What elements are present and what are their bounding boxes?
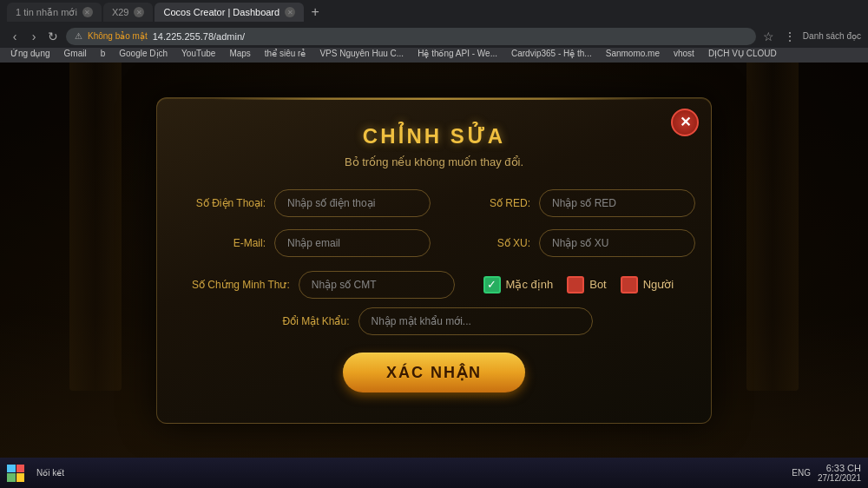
xu-label: Số XU: [457, 237, 530, 249]
taskbar-clock: 6:33 CH 27/12/2021 [818, 463, 861, 483]
red-label: Số RED: [457, 197, 530, 209]
win-quad-2 [16, 465, 25, 473]
taskbar-noi-ket: Nối kết [36, 468, 64, 478]
modal-subtitle: Bỏ trống nếu không muốn thay đổi. [192, 155, 676, 168]
email-label: E-Mail: [192, 237, 266, 249]
modal-border-decoration [213, 98, 655, 100]
checkbox-nguoi-box[interactable] [621, 276, 638, 293]
modal-title: CHỈNH SỬA [192, 124, 676, 148]
tab-1[interactable]: 1 tin nhắn mới ✕ [7, 3, 102, 22]
address-bar: ‹ › ↻ ⚠ Không bảo mật 14.225.255.78/admi… [0, 24, 868, 48]
extensions-button[interactable]: ⋮ [782, 29, 798, 44]
email-row: E-Mail: [192, 229, 431, 257]
password-row: Đổi Mật Khẩu: [192, 307, 676, 335]
checkbox-nguoi[interactable]: Người [621, 276, 674, 293]
windows-start-button[interactable] [7, 465, 24, 482]
tab-3[interactable]: Cocos Creator | Dashboard ✕ [155, 3, 304, 22]
new-tab-button[interactable]: + [306, 3, 325, 22]
bookmark-sieu-re[interactable]: thể siêu rẻ [261, 47, 310, 60]
win-quad-1 [7, 465, 16, 473]
win-quad-3 [7, 473, 16, 482]
tab-3-close[interactable]: ✕ [285, 7, 295, 17]
close-icon: ✕ [680, 114, 691, 130]
browser-chrome: 1 tin nhắn mới ✕ X29 ✕ Cocos Creator | D… [0, 0, 868, 48]
nav-buttons: ‹ › ↻ [7, 29, 61, 44]
danh-sach-doc-button[interactable]: Danh sách đọc [803, 31, 861, 41]
tab-1-close[interactable]: ✕ [82, 7, 93, 17]
taskbar-date: 27/12/2021 [818, 473, 861, 483]
submit-container: XÁC NHẬN [192, 353, 676, 392]
checkbox-row: ✓ Mặc định Bot Người [481, 271, 676, 299]
taskbar-language: ENG [792, 468, 811, 478]
bookmark-youtube[interactable]: YouTube [178, 47, 219, 60]
xu-input[interactable] [539, 229, 695, 257]
red-row: Số RED: [457, 189, 695, 217]
submit-button[interactable]: XÁC NHẬN [343, 353, 525, 392]
checkbox-bot-label: Bot [589, 278, 607, 291]
form-grid-row1: Số Điện Thoại: Số RED: E-Mail: Số XU: [192, 189, 676, 257]
red-input[interactable] [539, 189, 695, 217]
tab-3-label: Cocos Creator | Dashboard [163, 7, 279, 17]
taskbar-left: Nối kết [7, 465, 64, 482]
bookmark-api[interactable]: Hệ thống API - We... [414, 47, 501, 60]
tab-bar: 1 tin nhắn mới ✕ X29 ✕ Cocos Creator | D… [0, 0, 868, 24]
tab-2-close[interactable]: ✕ [134, 7, 144, 17]
modal-overlay: ✕ CHỈNH SỬA Bỏ trống nếu không muốn thay… [0, 63, 868, 458]
bookmark-cardvip[interactable]: Cardvip365 - Hệ th... [508, 47, 595, 60]
back-button[interactable]: ‹ [7, 29, 23, 44]
bookmark-sanmomo[interactable]: Sanmomo.me [602, 47, 663, 60]
bookmark-vps[interactable]: VPS Nguyên Huu C... [316, 47, 407, 60]
cmt-row: Số Chứng Minh Thư: [192, 271, 455, 299]
password-input[interactable] [358, 307, 593, 335]
checkbox-mac-dinh-label: Mặc định [506, 278, 554, 291]
email-input[interactable] [274, 229, 431, 257]
bookmark-apps[interactable]: Ứng dụng [7, 47, 54, 60]
bookmark-dich-vu[interactable]: DỊCH VỤ CLOUD [705, 47, 780, 60]
bookmark-b[interactable]: b [97, 47, 109, 60]
content-area: ✕ CHỈNH SỬA Bỏ trống nếu không muốn thay… [0, 63, 868, 458]
password-label: Đổi Mật Khẩu: [276, 315, 350, 327]
checkbox-mac-dinh-box[interactable]: ✓ [483, 276, 501, 293]
modal-close-button[interactable]: ✕ [671, 109, 699, 136]
bookmark-gmail[interactable]: Gmail [61, 47, 90, 60]
url-text: 14.225.255.78/admin/ [153, 31, 245, 42]
modal-dialog: ✕ CHỈNH SỬA Bỏ trống nếu không muốn thay… [156, 97, 712, 424]
tab-1-label: 1 tin nhắn mới [16, 7, 77, 18]
bookmark-maps[interactable]: Maps [226, 47, 253, 60]
forward-button[interactable]: › [26, 29, 42, 44]
url-bar[interactable]: ⚠ Không bảo mật 14.225.255.78/admin/ [66, 28, 756, 45]
cmt-label: Số Chứng Minh Thư: [192, 279, 290, 291]
xu-row: Số XU: [457, 229, 695, 257]
phone-label: Số Điện Thoại: [192, 197, 266, 209]
checkbox-bot-box[interactable] [567, 276, 584, 293]
taskbar-time: 6:33 CH [818, 463, 861, 473]
bookmark-button[interactable]: ☆ [761, 29, 777, 44]
taskbar-right: ENG 6:33 CH 27/12/2021 [792, 463, 861, 483]
checkbox-mac-dinh[interactable]: ✓ Mặc định [483, 276, 554, 293]
checkbox-bot[interactable]: Bot [567, 276, 607, 293]
security-icon: ⚠ [75, 31, 82, 41]
taskbar: Nối kết ENG 6:33 CH 27/12/2021 [0, 458, 868, 488]
phone-input[interactable] [274, 189, 431, 217]
win-quad-4 [16, 473, 25, 482]
cmt-input[interactable] [299, 271, 455, 299]
form-row3: Số Chứng Minh Thư: ✓ Mặc định Bot Người [192, 271, 676, 299]
reload-button[interactable]: ↻ [45, 29, 61, 44]
tab-2-label: X29 [112, 7, 129, 17]
bookmark-vhost[interactable]: vhost [670, 47, 698, 60]
tab-2[interactable]: X29 ✕ [103, 3, 154, 22]
checkbox-nguoi-label: Người [643, 278, 674, 291]
security-label: Không bảo mật [88, 31, 148, 41]
phone-row: Số Điện Thoại: [192, 189, 431, 217]
bookmark-translate[interactable]: Google Dịch [115, 47, 171, 60]
